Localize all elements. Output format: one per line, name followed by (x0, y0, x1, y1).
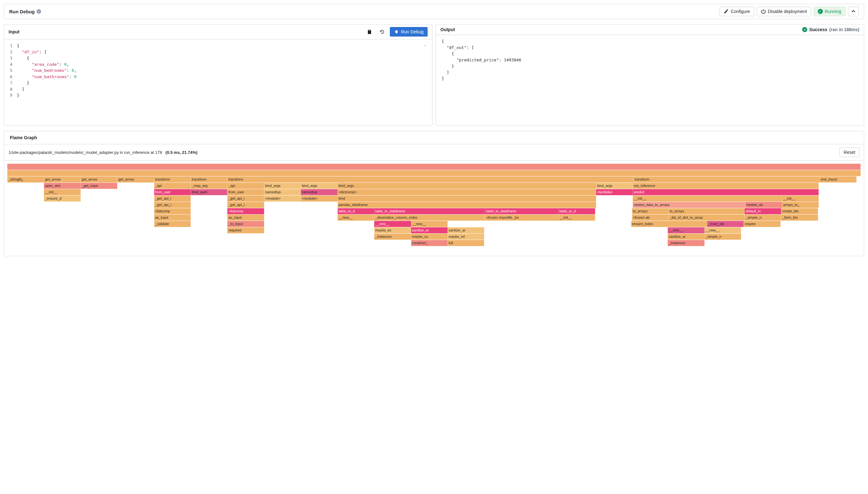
flame-segment[interactable]: transform (227, 176, 634, 183)
run-debug-button[interactable]: Run Debug (390, 27, 428, 37)
flame-segment (7, 240, 411, 246)
flame-segment[interactable]: <frozen importlib._bo (485, 214, 559, 221)
flame-segment[interactable]: _to_input (227, 221, 264, 227)
clipboard-button[interactable] (364, 27, 375, 36)
fold-icon[interactable]: — (420, 42, 430, 49)
flame-segment[interactable]: pandas_dataframe (338, 202, 596, 208)
flame-segment[interactable]: table_to_d (338, 208, 374, 214)
flame-segment[interactable]: <frozen ab (632, 214, 669, 221)
flame-segment[interactable]: get_arrow (117, 176, 154, 183)
flame-segment[interactable]: __new__ (338, 214, 374, 221)
flame-segment[interactable]: __init__ (559, 214, 595, 221)
flame-segment[interactable]: _form_blo (781, 214, 818, 221)
flame-segment[interactable]: __new__ (374, 221, 411, 227)
flame-segment[interactable]: _get_api_i (227, 195, 264, 202)
flame-segment[interactable]: __new__ (411, 221, 448, 227)
flame-segment[interactable]: maybe_inf (448, 234, 484, 240)
info-icon[interactable]: i (37, 9, 41, 14)
flame-segment[interactable]: from_user (154, 189, 191, 195)
flame-segment[interactable]: maybe_ex (374, 227, 411, 233)
flame-segment[interactable]: sanitize_ar (668, 234, 704, 240)
flame-segment[interactable]: _get_api_i (227, 202, 264, 208)
running-status-button[interactable]: ✓ Running (814, 7, 845, 16)
flame-segment[interactable]: table_to_d (559, 208, 595, 214)
flame-segment[interactable] (7, 164, 861, 170)
output-body: { "df_out": [ { "predicted_price": 14938… (436, 35, 864, 126)
flame-segment[interactable]: get_arrow (44, 176, 80, 183)
flame-segment[interactable]: to_arrays (632, 208, 669, 214)
flame-segment[interactable]: _instancec (668, 240, 704, 246)
flame-segment[interactable]: __init__ (44, 189, 80, 195)
flame-segment[interactable]: sanitize_ar (448, 227, 484, 233)
flame-segment[interactable]: transform (191, 176, 227, 183)
flame-segment[interactable]: __new__ (704, 227, 741, 233)
flame-segment[interactable]: create_blo (781, 208, 818, 214)
flame-segment[interactable]: bind_args (301, 183, 337, 189)
flame-segment[interactable]: require (744, 221, 780, 227)
flame-segment[interactable]: table_to_dataframe (374, 208, 485, 214)
flame-segment[interactable]: _get_api_i (154, 195, 191, 202)
reset-input-button[interactable] (377, 27, 387, 36)
input-editor[interactable]: — 1{ 2 "df_in": [ 3 { 4 "area_code": 0, … (4, 39, 432, 126)
flame-segment[interactable]: _ensure_d (44, 195, 80, 202)
flame-segment[interactable]: _get_api_i (154, 202, 191, 208)
flame-segment[interactable]: __init__ (633, 195, 782, 202)
flame-segment[interactable]: <module> (264, 195, 301, 202)
flame-segment[interactable]: transform (634, 176, 820, 183)
flame-segment[interactable]: _reset_ide (707, 221, 744, 227)
flame-segment[interactable]: predict (633, 189, 819, 195)
flame-segment[interactable]: namedtup (264, 189, 301, 195)
flame-segment[interactable]: _list_of_dict_to_array (669, 214, 744, 221)
flame-segment (264, 208, 338, 214)
configure-button[interactable]: Configure (719, 7, 754, 16)
flame-segment[interactable] (7, 170, 861, 176)
flame-segment[interactable]: to_arrays (669, 208, 744, 214)
flame-segment[interactable]: _instancec (374, 234, 411, 240)
flame-segment[interactable]: <listcomp (227, 208, 264, 214)
flame-segment[interactable]: bind_parti (191, 189, 227, 195)
flame-segment[interactable]: ensure_index (631, 221, 707, 227)
collapse-button[interactable] (848, 7, 859, 16)
flame-graph[interactable]: _stringify_get_arrowget_arrowget_arrowtr… (4, 160, 864, 256)
flame-segment[interactable]: get_arrow (81, 176, 117, 183)
flame-segment[interactable]: sanitize_ar (411, 227, 448, 233)
flame-segment[interactable]: as_input (227, 214, 264, 221)
flame-segment[interactable]: run_inference (633, 183, 819, 189)
flame-segment[interactable]: _validate (154, 221, 191, 227)
flame-segment[interactable]: end_tracer (820, 176, 856, 183)
flame-reset-button[interactable]: Reset (839, 148, 860, 157)
flame-segment[interactable]: full (448, 240, 484, 246)
flame-segment[interactable]: _get_input (81, 183, 117, 189)
flame-segment[interactable]: _map_arg (191, 183, 227, 189)
flame-segment[interactable]: <dictcomp> (338, 189, 596, 195)
flame-segment[interactable]: _api (227, 183, 264, 189)
flame-segment[interactable]: bind_args (596, 183, 633, 189)
flame-segment[interactable]: _deserialize_column_index (374, 214, 485, 221)
flame-segment[interactable]: nested_da (746, 202, 782, 208)
flame-segment[interactable]: default_in (744, 208, 781, 214)
flame-segment[interactable]: namedtup (301, 189, 337, 195)
flame-segment[interactable]: required (227, 227, 264, 233)
flame-segment[interactable]: table_to_dataframe (485, 208, 559, 214)
flame-segment[interactable]: <module> (301, 195, 337, 202)
flame-segment[interactable]: _api (154, 183, 191, 189)
flame-segment[interactable]: __init__ (782, 195, 819, 202)
flame-segment[interactable]: from_user (227, 189, 264, 195)
flame-segment[interactable]: __new__ (668, 227, 704, 233)
flame-segment[interactable]: _simple_n (704, 234, 741, 240)
flame-segment[interactable]: arrays_to_ (782, 202, 819, 208)
flame-segment[interactable]: bind_args (338, 183, 596, 189)
flame-segment[interactable]: as_input (154, 214, 191, 221)
flame-segment[interactable]: construct_ (411, 240, 448, 246)
flame-segment[interactable]: bind (338, 195, 596, 202)
flame-segment[interactable]: maybe_co (411, 234, 448, 240)
flame-segment[interactable]: _stringify_ (7, 176, 44, 183)
flame-segment[interactable]: _simple_n (744, 214, 781, 221)
flame-segment[interactable]: <listcomp (154, 208, 191, 214)
flame-segment[interactable]: <lambda> (596, 189, 633, 195)
flame-segment[interactable]: nested_data_to_arrays (633, 202, 745, 208)
flame-segment[interactable]: transform (154, 176, 191, 183)
flame-segment[interactable]: bind_args (264, 183, 301, 189)
disable-deployment-button[interactable]: Disable deployment (757, 7, 811, 16)
flame-segment[interactable]: open_stre (44, 183, 80, 189)
